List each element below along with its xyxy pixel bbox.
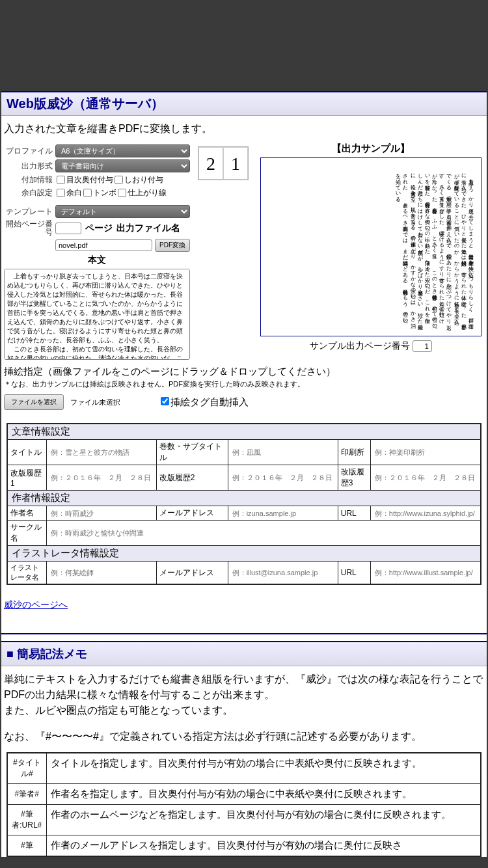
main-row: プロファイル A6（文庫サイズ） 出力形式 電子書籍向け 付加情報 目次奥付付与…: [1, 142, 487, 362]
cb-margin[interactable]: [57, 189, 65, 197]
url-label: URL: [338, 506, 370, 521]
author-section: 作者情報設定: [7, 491, 481, 506]
title-label: タイトル: [7, 440, 46, 465]
description: 入力された文章を縦書きPDFに変換します。: [1, 116, 487, 142]
file-button[interactable]: ファイルを選択: [4, 394, 64, 410]
illust-section: イラストレータ情報設定: [7, 546, 481, 562]
sample-preview: 上着もすっかり脱ぎ去ってしまうと、日本号は二度寝を決め込むつもりらしく、再び布団…: [260, 157, 481, 336]
thumb-1[interactable]: 1: [223, 147, 248, 180]
circle-input[interactable]: [49, 528, 178, 538]
startpage-input[interactable]: [55, 223, 81, 234]
template-select[interactable]: デフォルト: [55, 205, 190, 218]
outfile-input[interactable]: [55, 239, 152, 251]
mail-label: メールアドレス: [156, 506, 228, 521]
title-input[interactable]: [49, 447, 154, 457]
illustname-label: イラストレータ名: [7, 562, 46, 585]
profile-select[interactable]: A6（文庫サイズ）: [55, 144, 190, 157]
rev2-input[interactable]: [231, 472, 335, 483]
pager-label: サンプル出力ページ番号: [310, 340, 410, 351]
printer-label: 印刷所: [338, 440, 370, 465]
illusturl-input[interactable]: [373, 567, 478, 578]
body-textarea[interactable]: 上着もすっかり脱ぎ去ってしまうと、日本号は二度寝を決め込むつもりらしく、再び布団…: [4, 269, 190, 360]
startpage-label: 開始ページ番号: [4, 220, 53, 237]
rev3-input[interactable]: [373, 472, 478, 483]
memo-val-0: タイトルを指定します。目次奥付付与が有効の場合に中表紙や奥付に反映されます。: [46, 753, 481, 784]
addon-opt2: しおり付与: [124, 174, 163, 185]
memo-val-1: 作者名を指定します。目次奥付付与が有効の場合に中表紙や奥付に反映されます。: [46, 784, 481, 805]
illusturl-label: URL: [338, 562, 370, 585]
memo-key-1: #筆者#: [7, 784, 46, 805]
printer-input[interactable]: [373, 447, 478, 457]
illustmail-input[interactable]: [231, 567, 335, 578]
rev1-input[interactable]: [49, 472, 154, 483]
margin-opt2: トンボ: [93, 187, 116, 198]
margin-opt1: 余白: [66, 187, 82, 198]
format-select[interactable]: 電子書籍向け: [55, 159, 190, 172]
pager-input[interactable]: [413, 340, 432, 352]
memo-p2: なお、『#〜〜〜〜#』で定義されている指定方法は必ず行頭に記述する必要があります…: [1, 724, 487, 750]
sashie-note: ＊なお、出力サンプルには挿絵は反映されません。PDF変換を実行した時のみ反映され…: [4, 379, 484, 389]
memo-val-3: 作者のメールアドレスを指定します。目次奥付付与が有効の場合に奥付に反映さ: [46, 835, 481, 857]
author-label: 作者名: [7, 506, 46, 521]
url-input[interactable]: [373, 508, 478, 519]
rev2-label: 改版履歴2: [156, 465, 228, 491]
file-status: ファイル未選択: [70, 398, 120, 407]
pager-preview: 21: [195, 142, 255, 362]
sample-title: 【出力サンプル】: [260, 142, 481, 155]
outfile-label: 出力ファイル名: [116, 223, 180, 234]
left-column: プロファイル A6（文庫サイズ） 出力形式 電子書籍向け 付加情報 目次奥付付与…: [1, 142, 190, 362]
page-thumbs: 21: [198, 146, 249, 180]
right-column: 【出力サンプル】 上着もすっかり脱ぎ去ってしまうと、日本号は二度寝を決め込むつも…: [260, 142, 487, 362]
thumb-2[interactable]: 2: [198, 147, 223, 180]
cb-toc[interactable]: [57, 176, 65, 184]
margin-label: 余白設定: [4, 187, 53, 198]
margin-opt3: 仕上がり線: [128, 187, 167, 198]
format-label: 出力形式: [4, 161, 53, 172]
rev3-label: 改版履歴3: [338, 465, 370, 491]
startpage-unit: ページ: [85, 223, 113, 234]
memo-header: ■ 簡易記法メモ: [1, 641, 487, 666]
doc-section: 文章情報設定: [7, 424, 481, 440]
mail-input[interactable]: [231, 508, 335, 519]
sample-text: 上着もすっかり脱ぎ去ってしまうと、日本号は二度寝を決め込むつもりらしく、再び布団…: [394, 170, 474, 324]
volume-input[interactable]: [231, 447, 335, 457]
template-label: テンプレート: [4, 206, 53, 217]
memo-table: #タイトル#タイトルを指定します。目次奥付付与が有効の場合に中表紙や奥付に反映さ…: [7, 752, 481, 857]
circle-label: サークル名: [7, 521, 46, 546]
sashie-label: 挿絵指定（画像ファイルをこのページにドラッグ＆ドロップしてください）: [4, 366, 484, 378]
volume-label: 巻数・サブタイトル: [156, 440, 228, 465]
author-input[interactable]: [49, 508, 154, 519]
page: Web版威沙（通常サーバ） 入力された文章を縦書きPDFに変換します。 プロファ…: [1, 91, 487, 857]
addon-label: 付加情報: [4, 174, 53, 185]
divider: [1, 633, 487, 634]
cb-finish[interactable]: [118, 189, 126, 197]
memo-key-2: #筆者:URL#: [7, 805, 46, 835]
cb-tombo[interactable]: [83, 189, 92, 197]
izuna-link[interactable]: 威沙のページへ: [4, 599, 68, 611]
memo-val-2: 作者のホームページなどを指定します。目次奥付付与が有効の場合に奥付に反映されます…: [46, 805, 481, 835]
cb-autoinsert[interactable]: [161, 397, 169, 405]
addon-opt1: 目次奥付付与: [66, 174, 113, 185]
pdf-button[interactable]: PDF変換: [155, 239, 190, 252]
header: Web版威沙（通常サーバ）: [1, 91, 487, 116]
illustname-input[interactable]: [49, 567, 154, 578]
sample-pager: サンプル出力ページ番号: [260, 340, 481, 352]
memo-key-0: #タイトル#: [7, 753, 46, 784]
memo-key-3: #筆: [7, 835, 46, 857]
memo-heading: ■ 簡易記法メモ: [7, 646, 481, 662]
body-label: 本文: [4, 254, 190, 266]
rev1-label: 改版履歴1: [7, 465, 46, 491]
doc-info-table: 文章情報設定 タイトル 巻数・サブタイトル 印刷所 改版履歴1 改版履歴2 改版…: [7, 423, 481, 585]
cb-bookmark[interactable]: [115, 176, 123, 184]
autoinsert-label: 挿絵タグ自動挿入: [170, 396, 249, 407]
page-title: Web版威沙（通常サーバ）: [7, 95, 481, 113]
profile-label: プロファイル: [4, 146, 53, 157]
memo-p1: 単純にテキストを入力するだけでも縦書き組版を行いますが、『威沙』では次の様な表記…: [1, 666, 487, 724]
illustmail-label: メールアドレス: [156, 562, 228, 585]
